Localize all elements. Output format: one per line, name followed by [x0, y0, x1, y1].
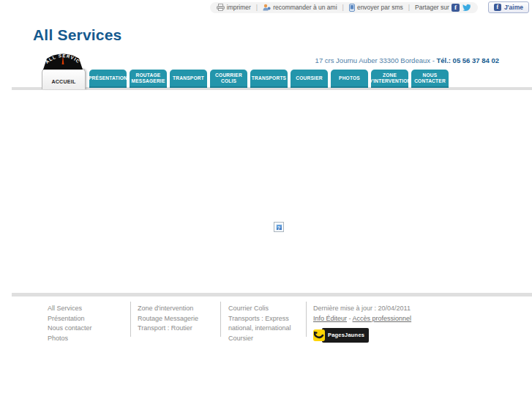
- printer-icon: [217, 4, 225, 11]
- last-updated-text: Dernière mise à jour : 20/04/2011: [313, 304, 411, 314]
- footer-link-coursier[interactable]: Coursier: [228, 334, 307, 344]
- footer-link-presentation[interactable]: Présentation: [48, 314, 92, 324]
- footer-column-4: Dernière mise à jour : 20/04/2011 Info É…: [313, 304, 411, 343]
- tab-label: NOUS: [423, 72, 438, 78]
- share-label: Partager sur: [415, 4, 449, 11]
- tab-zone-intervention[interactable]: ZONE D'INTERVENTION: [371, 70, 408, 88]
- footer-link-transports-express[interactable]: Transports : Express national, internati…: [228, 314, 307, 334]
- address-text: 17 crs Journu Auber 33300 Bordeaux: [315, 56, 430, 64]
- footer-divider: [12, 293, 532, 297]
- share-group: Partager sur f: [415, 4, 471, 12]
- tab-transport[interactable]: TRANSPORT: [170, 70, 207, 88]
- facebook-like-button[interactable]: f J'aime: [488, 1, 529, 13]
- info-editeur-link[interactable]: Info Éditeur: [313, 315, 347, 322]
- phone-icon: [349, 4, 355, 12]
- address-separator: -: [432, 56, 435, 64]
- acces-professionnel-link[interactable]: Accès professionnel: [353, 315, 412, 322]
- tab-label: COURRIER: [215, 72, 242, 78]
- main-navigation: ACCUEIL PRÉSENTATION ROUTAGE MESSAGERIE …: [42, 68, 449, 89]
- footer-link-courrier-colis[interactable]: Courrier Colis: [228, 304, 307, 314]
- tab-label: ROUTAGE: [136, 72, 161, 78]
- tab-nous-contacter[interactable]: NOUS CONTACTER: [411, 70, 449, 88]
- tab-photos[interactable]: PHOTOS: [331, 70, 368, 88]
- phone-number: Tél.: 05 56 37 84 02: [436, 56, 499, 64]
- facebook-icon[interactable]: f: [452, 4, 460, 12]
- broken-image-icon: ?: [276, 224, 282, 231]
- tab-label: COURSIER: [296, 75, 322, 81]
- pagesjaunes-smiley-icon: [313, 329, 325, 341]
- recommend-label: recommander à un ami: [273, 4, 337, 11]
- print-label: imprimer: [227, 4, 251, 11]
- footer-link-zone-intervention[interactable]: Zone d'intervention: [138, 304, 198, 314]
- tab-label: ACCUEIL: [51, 79, 75, 84]
- like-label: J'aime: [504, 4, 523, 11]
- tab-coursier[interactable]: COURSIER: [291, 70, 328, 88]
- tab-transports[interactable]: TRANSPORTS: [250, 70, 288, 88]
- pagesjaunes-label: PagesJaunes: [322, 328, 369, 343]
- all-services-logo: ALL SERVICES: [42, 51, 84, 72]
- tab-presentation[interactable]: PRÉSENTATION: [89, 70, 127, 88]
- footer-link-separator: -: [349, 315, 351, 322]
- tab-label: D'INTERVENTION: [368, 78, 411, 84]
- page-title: All Services: [33, 26, 121, 44]
- pagesjaunes-logo[interactable]: PagesJaunes: [313, 328, 411, 343]
- friend-icon: [263, 4, 271, 11]
- broken-image-placeholder: ?: [274, 222, 284, 232]
- tab-label: PRÉSENTATION: [89, 75, 127, 81]
- sms-button[interactable]: envoyer par sms: [349, 4, 403, 12]
- tab-label: ZONE: [383, 72, 397, 78]
- sms-label: envoyer par sms: [357, 4, 403, 11]
- tab-label: MESSAGERIE: [132, 78, 165, 84]
- footer-link-transport-routier[interactable]: Transport : Routier: [138, 324, 198, 334]
- footer-column-separator: [130, 302, 131, 337]
- tab-label: COLIS: [221, 78, 236, 84]
- toolbar-separator: |: [342, 4, 344, 11]
- facebook-icon: f: [494, 4, 501, 11]
- tab-label: PHOTOS: [339, 75, 360, 81]
- footer-link-nous-contacter[interactable]: Nous contacter: [48, 324, 92, 334]
- tab-courrier-colis[interactable]: COURRIER COLIS: [210, 70, 247, 88]
- footer-column-separator: [220, 302, 221, 337]
- footer-link-all-services[interactable]: All Services: [48, 304, 92, 314]
- tab-label: TRANSPORT: [173, 75, 204, 81]
- top-toolbar: imprimer | recommander à un ami | envoye…: [210, 1, 529, 13]
- share-toolbar: imprimer | recommander à un ami | envoye…: [210, 2, 478, 13]
- recommend-button[interactable]: recommander à un ami: [263, 4, 337, 11]
- footer-column-1: All Services Présentation Nous contacter…: [48, 304, 92, 343]
- twitter-icon[interactable]: [462, 4, 471, 12]
- footer-column-2: Zone d'intervention Routage Messagerie T…: [138, 304, 198, 334]
- footer-link-photos[interactable]: Photos: [48, 334, 92, 344]
- tab-label: TRANSPORTS: [252, 75, 286, 81]
- print-button[interactable]: imprimer: [217, 4, 251, 11]
- footer-column-separator: [306, 302, 307, 337]
- footer-column-3: Courrier Colis Transports : Express nati…: [228, 304, 307, 343]
- tab-label: CONTACTER: [414, 78, 446, 84]
- toolbar-separator: |: [256, 4, 258, 11]
- tab-routage-messagerie[interactable]: ROUTAGE MESSAGERIE: [130, 70, 167, 88]
- address-line: 17 crs Journu Auber 33300 Bordeaux - Tél…: [315, 56, 499, 64]
- footer-links-row: Info Éditeur - Accès professionnel: [313, 314, 411, 324]
- footer-link-routage-messagerie[interactable]: Routage Messagerie: [138, 314, 198, 324]
- toolbar-separator: |: [408, 4, 410, 11]
